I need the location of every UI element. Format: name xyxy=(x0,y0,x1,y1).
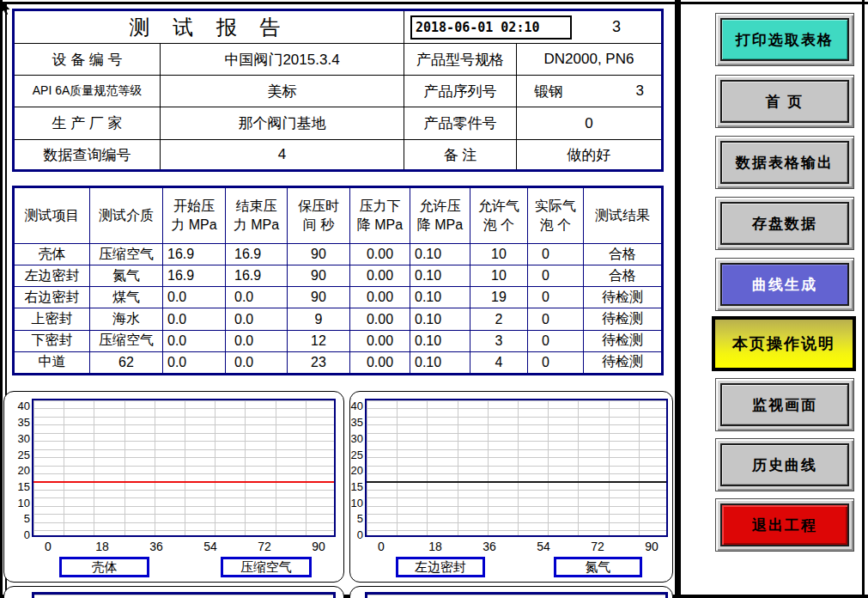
test-table-cell: 0.10 xyxy=(410,351,470,373)
home-button-label: 首 页 xyxy=(720,80,849,123)
history-curve-button[interactable]: 历史曲线 xyxy=(715,438,854,491)
chart-item-label: 壳体 xyxy=(59,557,149,577)
field-label-remark: 备 注 xyxy=(404,139,516,169)
y-axis-tick: 0 xyxy=(350,529,363,541)
test-table-cell: 0.10 xyxy=(410,265,470,286)
report-number: 3 xyxy=(572,18,661,36)
test-table-cell: 壳体 xyxy=(15,243,89,265)
test-table-cell: 90 xyxy=(287,286,349,308)
y-axis-tick: 40 xyxy=(8,400,30,412)
serial-material: 锻钢 xyxy=(534,82,563,101)
report-datetime-field[interactable]: 2018-06-01 02:10 xyxy=(410,15,572,40)
x-axis-tick: 72 xyxy=(586,540,609,553)
y-axis-tick: 30 xyxy=(8,433,30,445)
y-axis-tick: 10 xyxy=(8,497,30,510)
field-label-product-model: 产品型号规格 xyxy=(404,43,516,75)
test-table-cell: 待检测 xyxy=(583,308,661,329)
test-table-cell: 0.0 xyxy=(225,308,287,329)
home-button[interactable]: 首 页 xyxy=(715,75,854,128)
test-table-cell: 0 xyxy=(527,330,583,351)
test-table-cell: 上密封 xyxy=(15,308,89,329)
test-table-cell: 0.10 xyxy=(410,286,470,308)
test-table-cell: 合格 xyxy=(583,243,661,265)
print-table-button-label: 打印选取表格 xyxy=(720,18,849,61)
test-table-cell: 0.00 xyxy=(349,330,410,351)
test-table-cell: 0.0 xyxy=(162,308,225,329)
test-table-header-cell: 测试结果 xyxy=(583,188,661,243)
exit-project-button[interactable]: 退出工程 xyxy=(715,498,854,552)
report-info-table: 测 试 报 告 2018-06-01 02:10 3 设 备 编 号 中国阀门2… xyxy=(12,9,664,172)
test-table-cell: 0.0 xyxy=(162,330,225,351)
test-table-cell: 90 xyxy=(287,243,349,265)
x-axis-tick: 90 xyxy=(640,540,663,553)
test-table-cell: 16.9 xyxy=(162,243,225,265)
x-axis-tick: 0 xyxy=(37,540,59,553)
test-table-cell: 中道 xyxy=(15,351,89,373)
test-table-header-cell: 测试介质 xyxy=(89,188,162,243)
test-table-cell: 右边密封 xyxy=(15,286,89,308)
chart-plot-area xyxy=(365,592,668,598)
y-axis-tick: 30 xyxy=(350,433,363,445)
chart-cutoff-left xyxy=(3,586,344,598)
test-table-header-cell: 测试项目 xyxy=(15,188,89,243)
test-table-cell: 煤气 xyxy=(89,286,162,308)
y-axis-tick: 20 xyxy=(350,465,363,477)
exit-project-button-label: 退出工程 xyxy=(720,503,849,546)
test-table-cell: 0.0 xyxy=(225,330,287,351)
y-axis-tick: 25 xyxy=(8,449,30,461)
chart-plot-area xyxy=(32,592,336,598)
test-table-cell: 19 xyxy=(470,286,527,308)
test-table-cell: 0 xyxy=(527,265,583,286)
x-axis-tick: 36 xyxy=(145,540,167,553)
x-axis-tick: 18 xyxy=(424,540,446,553)
test-table-cell: 23 xyxy=(287,351,349,373)
test-table-cell: 16.9 xyxy=(225,265,287,286)
test-table-cell: 16.9 xyxy=(162,265,225,286)
chart-left-seal-test: 左边密封 氮气 403530252015105001836547290 xyxy=(349,391,673,583)
field-value-product-model: DN2000, PN6 xyxy=(516,43,661,75)
field-label-part-no: 产品零件号 xyxy=(404,107,516,139)
x-axis-tick: 90 xyxy=(307,540,330,553)
monitor-screen-button-label: 监视画面 xyxy=(720,383,849,426)
data-table-export-button[interactable]: 数据表格输出 xyxy=(715,136,854,189)
test-table-cell: 0.00 xyxy=(349,265,410,286)
y-axis-tick: 35 xyxy=(350,417,363,429)
field-label-device-no: 设 备 编 号 xyxy=(15,43,160,75)
test-table-header-cell: 压力下降 MPa xyxy=(349,188,410,243)
y-axis-tick: 15 xyxy=(8,481,30,493)
y-axis-tick: 35 xyxy=(8,417,30,429)
test-table-cell: 0.0 xyxy=(162,286,225,308)
test-table-cell: 压缩空气 xyxy=(89,243,162,265)
field-value-manufacturer: 那个阀门基地 xyxy=(160,107,404,139)
chart-cutoff-right xyxy=(349,586,673,598)
x-axis-tick: 54 xyxy=(532,540,555,553)
save-data-button[interactable]: 存盘数据 xyxy=(715,197,854,250)
test-table-cell: 16.9 xyxy=(225,243,287,265)
y-axis-tick: 5 xyxy=(8,513,30,525)
hmi-test-report-screen: 测 试 报 告 2018-06-01 02:10 3 设 备 编 号 中国阀门2… xyxy=(0,0,868,598)
test-table-cell: 62 xyxy=(89,351,162,373)
x-axis-tick: 36 xyxy=(478,540,501,553)
page-help-button[interactable]: 本页操作说明 xyxy=(712,316,856,371)
test-table-cell: 氮气 xyxy=(89,265,162,286)
test-table-cell: 0.10 xyxy=(410,308,470,329)
test-table-cell: 2 xyxy=(470,308,527,329)
test-table-cell: 0 xyxy=(527,243,583,265)
test-table-cell: 0 xyxy=(527,286,583,308)
field-value-serial-no: 锻钢 3 xyxy=(516,75,661,107)
curve-generate-button[interactable]: 曲线生成 xyxy=(715,258,854,311)
y-axis-tick: 25 xyxy=(350,449,363,461)
pressure-curve xyxy=(367,481,666,483)
print-table-button[interactable]: 打印选取表格 xyxy=(715,13,854,66)
test-table-cell: 0.00 xyxy=(349,351,410,373)
field-value-query-no: 4 xyxy=(160,139,404,169)
field-value-device-no: 中国阀门2015.3.4 xyxy=(160,43,404,75)
main-sidebar-divider xyxy=(675,0,681,598)
test-table: 测试项目测试介质开始压力 MPa结束压力 MPa保压时间 秒压力下降 MPa允许… xyxy=(12,186,664,375)
monitor-screen-button[interactable]: 监视画面 xyxy=(715,378,854,431)
test-table-cell: 海水 xyxy=(89,308,162,329)
test-table-cell: 0.00 xyxy=(349,286,410,308)
test-table-cell: 12 xyxy=(287,330,349,351)
y-axis-tick: 40 xyxy=(350,400,363,412)
field-label-query-no: 数据查询编号 xyxy=(15,139,160,169)
